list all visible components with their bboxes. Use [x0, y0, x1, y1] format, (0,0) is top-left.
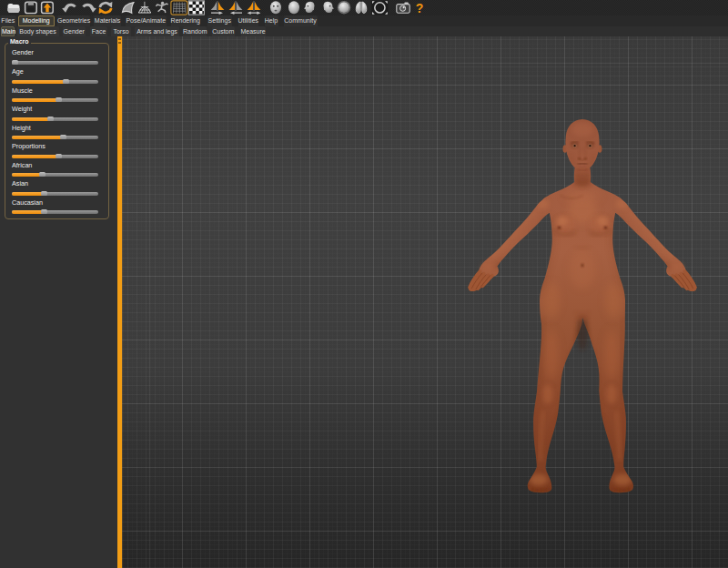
svg-text:?: ?	[416, 1, 424, 15]
